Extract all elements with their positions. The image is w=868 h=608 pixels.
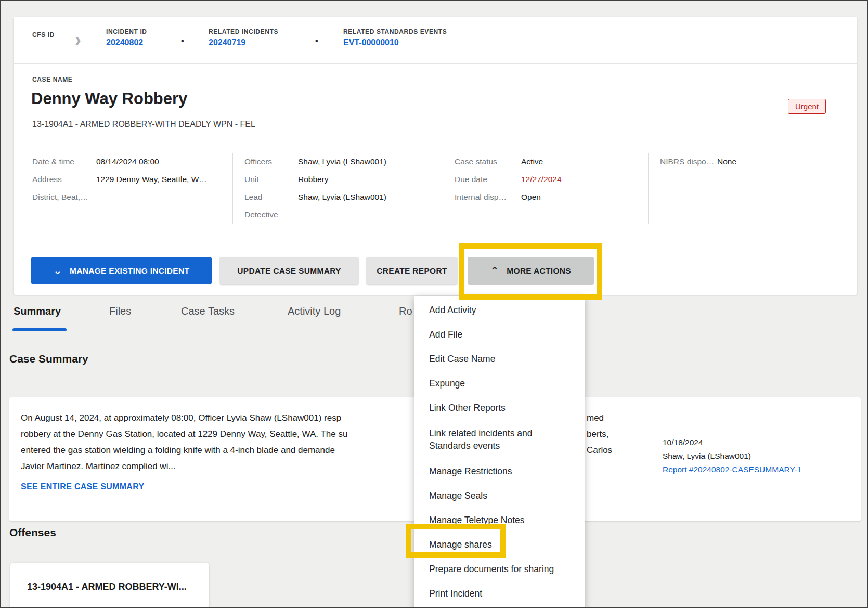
report-date: 10/18/2024 (663, 436, 801, 449)
see-entire-case-summary-link[interactable]: SEE ENTIRE CASE SUMMARY (21, 482, 144, 491)
detail-label: Unit (244, 171, 298, 188)
menu-item-add-activity[interactable]: Add Activity (414, 297, 585, 322)
detail-value: Shaw, Lyvia (LShaw001) (298, 153, 386, 171)
summary-text-fragment: berts, (587, 426, 609, 442)
detail-row-due-date: Due date 12/27/2024 (455, 171, 641, 188)
detail-label: Due date (455, 171, 521, 188)
dot-separator-icon: • (315, 36, 318, 46)
due-date-value: 12/27/2024 (521, 171, 562, 188)
details-column-2: Officers Shaw, Lyvia (LShaw001) Unit Rob… (232, 153, 443, 224)
details-column-1: Date & time 08/14/2024 08:00 Address 122… (32, 153, 232, 224)
detail-row-lead-detective: Lead Detective Shaw, Lyvia (LShaw001) (244, 188, 435, 224)
detail-value: Active (521, 153, 543, 171)
menu-item-link-related-incidents[interactable]: Link related incidents and Standards eve… (414, 420, 585, 459)
detail-label: Internal disp… (455, 188, 521, 206)
related-standards-events-label: RELATED STANDARDS EVENTS (343, 28, 447, 35)
case-details-page: CFS ID › INCIDENT ID 20240802 • RELATED … (0, 0, 868, 608)
create-report-label: CREATE REPORT (377, 266, 447, 276)
detail-value: Robbery (298, 171, 329, 188)
breadcrumb-cfs-id-label: CFS ID (32, 31, 55, 38)
offenses-heading: Offenses (9, 526, 56, 539)
detail-value: 08/14/2024 08:00 (96, 153, 159, 171)
tab-files[interactable]: Files (109, 305, 131, 317)
detail-label: Date & time (32, 153, 96, 171)
case-offense-subtitle: 13-1904A1 - ARMED ROBBERY-WITH DEADLY WP… (32, 120, 255, 129)
urgent-status-badge: Urgent (788, 99, 826, 114)
menu-item-manage-restrictions[interactable]: Manage Restrictions (414, 459, 585, 483)
details-column-4: NIBRS dispo… None (648, 153, 840, 224)
menu-item-link-other-reports[interactable]: Link Other Reports (414, 395, 585, 420)
detail-row-date-time: Date & time 08/14/2024 08:00 (32, 153, 225, 171)
summary-text-fragment: Carlos (587, 442, 612, 458)
offense-card[interactable]: 13-1904A1 - ARMED ROBBERY-WI... (10, 563, 209, 608)
dot-separator-icon: • (181, 36, 184, 46)
header-divider (14, 63, 857, 64)
offense-card-title: 13-1904A1 - ARMED ROBBERY-WI... (27, 581, 187, 592)
menu-item-manage-shares[interactable]: Manage shares (414, 532, 585, 557)
related-standards-events-link[interactable]: EVT-00000010 (343, 38, 447, 47)
detail-value: Shaw, Lyvia (LShaw001) (298, 188, 386, 224)
tab-activity-log[interactable]: Activity Log (288, 305, 341, 317)
breadcrumb-related-incidents: RELATED INCIDENTS 20240719 (209, 28, 278, 47)
create-report-button[interactable]: CREATE REPORT (366, 257, 458, 284)
page-title: Denny Way Robbery (31, 89, 187, 108)
summary-text-line: robbery at the Denny Gas Station, locate… (21, 426, 347, 442)
update-case-summary-label: UPDATE CASE SUMMARY (237, 266, 341, 276)
active-tab-underline (12, 328, 67, 331)
case-details-grid: Date & time 08/14/2024 08:00 Address 122… (32, 153, 844, 224)
detail-row-internal-disposition: Internal disp… Open (455, 188, 641, 206)
more-actions-label: MORE ACTIONS (507, 266, 571, 276)
menu-item-manage-teletype-notes[interactable]: Manage Teletype Notes (414, 508, 585, 532)
report-meta: 10/18/2024 Shaw, Lyvia (LShaw001) Report… (663, 436, 801, 476)
manage-existing-incident-button[interactable]: ⌄ MANAGE EXISTING INCIDENT (31, 257, 212, 284)
detail-label: NIBRS dispo… (660, 153, 717, 171)
tab-ro-partial[interactable]: Ro (399, 305, 412, 317)
summary-text-fragment: med (587, 410, 604, 426)
detail-value: – (96, 188, 101, 206)
detail-row-officers: Officers Shaw, Lyvia (LShaw001) (244, 153, 435, 171)
detail-value: 1229 Denny Way, Seattle, W… (96, 171, 207, 188)
detail-row-nibrs-disposition: NIBRS dispo… None (660, 153, 833, 171)
breadcrumb-related-standards-events: RELATED STANDARDS EVENTS EVT-00000010 (343, 28, 447, 47)
update-case-summary-button[interactable]: UPDATE CASE SUMMARY (219, 257, 359, 284)
more-actions-button[interactable]: ⌃ MORE ACTIONS (468, 257, 594, 285)
case-header-card: CFS ID › INCIDENT ID 20240802 • RELATED … (14, 17, 857, 295)
detail-row-district-beat: District, Beat,… – (32, 188, 225, 206)
report-link[interactable]: Report #20240802-CASESUMMARY-1 (663, 463, 801, 476)
case-name-label: CASE NAME (32, 76, 72, 83)
detail-label: Lead Detective (244, 188, 298, 224)
tab-case-tasks[interactable]: Case Tasks (181, 305, 235, 317)
menu-item-expunge[interactable]: Expunge (414, 371, 585, 395)
detail-label: Case status (455, 153, 521, 171)
menu-item-add-file[interactable]: Add File (414, 322, 585, 346)
detail-label: District, Beat,… (32, 188, 96, 206)
detail-row-case-status: Case status Active (455, 153, 641, 171)
detail-label: Officers (244, 153, 298, 171)
summary-text-line: On August 14, 2024, at approximately 08:… (21, 410, 341, 426)
details-column-3: Case status Active Due date 12/27/2024 I… (443, 153, 648, 224)
detail-row-unit: Unit Robbery (244, 171, 435, 188)
chevron-down-icon: ⌄ (54, 268, 62, 274)
report-author: Shaw, Lyvia (LShaw001) (663, 449, 801, 463)
summary-text-line: Javier Martinez. Martinez complied wi... (21, 458, 176, 474)
incident-id-label: INCIDENT ID (106, 28, 147, 35)
tab-summary[interactable]: Summary (14, 305, 61, 317)
breadcrumb-incident-id: INCIDENT ID 20240802 (106, 28, 147, 47)
chevron-up-icon: ⌃ (490, 268, 499, 274)
menu-item-prepare-documents-for-sharing[interactable]: Prepare documents for sharing (414, 557, 585, 581)
manage-existing-incident-label: MANAGE EXISTING INCIDENT (70, 266, 189, 276)
detail-row-address: Address 1229 Denny Way, Seattle, W… (32, 171, 225, 188)
menu-item-manage-seals[interactable]: Manage Seals (414, 483, 585, 508)
related-incidents-label: RELATED INCIDENTS (209, 28, 278, 35)
more-actions-menu: Add Activity Add File Edit Case Name Exp… (414, 296, 585, 608)
menu-item-print-incident[interactable]: Print Incident (414, 581, 585, 605)
menu-item-edit-case-name[interactable]: Edit Case Name (414, 346, 585, 371)
incident-id-link[interactable]: 20240802 (106, 38, 147, 47)
case-summary-heading: Case Summary (9, 353, 88, 365)
summary-text-line: entered the gas station wielding a foldi… (21, 442, 335, 458)
detail-value: Open (521, 188, 541, 206)
detail-value: None (717, 153, 736, 171)
related-incidents-link[interactable]: 20240719 (209, 38, 278, 47)
detail-label: Address (32, 171, 96, 188)
breadcrumb-chevron-icon: › (75, 29, 81, 51)
